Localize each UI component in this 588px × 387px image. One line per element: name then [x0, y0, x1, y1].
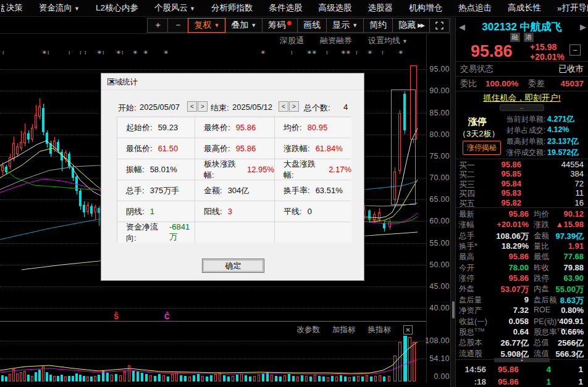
- ok-button[interactable]: 确定: [202, 259, 264, 273]
- stat-cell-label: 均价:: [284, 122, 302, 133]
- toolbar-button-叠加[interactable]: 叠加▼: [225, 18, 262, 33]
- collapse-quote-button[interactable]: −: [569, 44, 581, 56]
- volume-header-action-0[interactable]: 改参数: [297, 325, 321, 335]
- fullscreen-button[interactable]: [429, 18, 450, 33]
- stat-cell-0-2: 均价:80.95: [275, 117, 351, 138]
- toolbar-button-画线[interactable]: 画线: [297, 18, 327, 33]
- volume-header-action-1[interactable]: 加指标: [332, 325, 356, 335]
- end-date-prev-button[interactable]: <: [279, 101, 288, 112]
- volume-bar: [370, 377, 372, 381]
- bid-volume-5: 16: [575, 198, 584, 207]
- event-marker-icon[interactable]: ✳: [398, 49, 403, 56]
- menu-item-6[interactable]: 高级选股: [318, 2, 351, 14]
- menu-item-label: 个股风云: [154, 3, 188, 12]
- splitter-drag-handle[interactable]: [452, 301, 455, 318]
- event-marker-icon[interactable]: ✳: [341, 49, 346, 56]
- volume-panel-close-icon[interactable]: ✕: [403, 325, 413, 335]
- weicha-label: 委差: [528, 78, 545, 89]
- overlay-toggle-2[interactable]: 设置均线▼: [368, 35, 408, 46]
- event-marker-icon[interactable]: ↕: [121, 49, 124, 56]
- dropdown-arrow-icon: ▼: [214, 22, 219, 28]
- stat-label-5-1: 昨收: [534, 263, 549, 273]
- volume-bar: [61, 375, 63, 381]
- toolbar-button-＋[interactable]: ＋: [147, 18, 168, 33]
- volume-bar: [98, 375, 100, 381]
- event-marker-icon[interactable]: ✳: [164, 49, 169, 56]
- menu-item-0[interactable]: 盘决策: [1, 2, 23, 14]
- event-marker-icon[interactable]: ↕: [326, 49, 329, 56]
- overlay-toggle-0[interactable]: 深股通: [280, 35, 304, 46]
- event-marker-icon[interactable]: ✳: [97, 49, 102, 56]
- stat-cell-label: 板块涨跌幅:: [204, 159, 242, 181]
- toolbar-button-显示[interactable]: 显示▼: [326, 18, 364, 33]
- collapse-promo-handle[interactable]: ︿: [500, 104, 544, 111]
- overlay-toggle-1[interactable]: 融资融券: [320, 35, 352, 46]
- volume-bar: [149, 375, 152, 381]
- menu-item-5[interactable]: 条件选股: [269, 2, 302, 14]
- start-date-prev-button[interactable]: <: [187, 101, 197, 112]
- event-marker-icon[interactable]: ✳: [143, 49, 148, 56]
- menu-item-10[interactable]: 高成长性: [508, 2, 541, 14]
- menu-right-item-0[interactable]: 打开导航: [561, 2, 588, 14]
- event-marker-icon[interactable]: ↕: [102, 49, 105, 56]
- stat-value-12-0: 26.77亿: [488, 338, 529, 349]
- volume-bar: [115, 374, 117, 381]
- event-marker-icon[interactable]: ↕: [381, 49, 384, 56]
- volume-bar: [141, 373, 143, 381]
- menu-item-3[interactable]: 个股风云▼: [154, 2, 195, 14]
- toolbar-button-简约[interactable]: 简约: [363, 18, 393, 33]
- stat-value-13-0: 5.908亿: [488, 349, 529, 360]
- event-marker-icon[interactable]: ✳: [368, 49, 372, 56]
- volume-bar: [175, 373, 178, 381]
- event-marker-icon[interactable]: ✳: [346, 49, 351, 56]
- open-account-link[interactable]: 抓住机会，即刻开户!: [483, 93, 560, 104]
- stat-value-3-0: 18.29%: [488, 241, 529, 251]
- stat-value-7-1: 55.00万: [555, 284, 584, 295]
- event-marker-icon[interactable]: ✳: [133, 49, 138, 56]
- volume-bar: [271, 375, 273, 381]
- toolbar-button-筹码[interactable]: 筹码: [262, 18, 298, 33]
- next-stock-arrow-icon[interactable]: ▶: [580, 22, 586, 31]
- event-flag-icon[interactable]: Ĉ: [164, 312, 170, 321]
- menu-item-11[interactable]: »: [557, 4, 562, 13]
- event-marker-icon[interactable]: ↕: [79, 49, 82, 56]
- volume-bar: [240, 373, 243, 381]
- candlestick: [388, 222, 391, 227]
- event-marker-icon[interactable]: ✳: [261, 49, 266, 56]
- menu-item-9[interactable]: 热点追击: [458, 2, 492, 14]
- overlay-toggle-label: 融资融券: [320, 36, 352, 45]
- toolbar-button-复权[interactable]: 复权▼: [188, 18, 225, 33]
- event-marker-icon[interactable]: ✳: [42, 49, 47, 56]
- event-marker-icon[interactable]: ↕: [2, 49, 5, 56]
- dialog-close-icon[interactable]: ✕: [107, 77, 118, 86]
- event-marker-icon[interactable]: ↕: [290, 49, 293, 56]
- stat-cell-value: 3: [228, 207, 232, 216]
- event-marker-icon[interactable]: ✳: [116, 49, 121, 56]
- bid-price-1: 95.86: [492, 160, 521, 169]
- menu-item-1[interactable]: 资金流向▼: [39, 2, 80, 14]
- volume-header-action-2[interactable]: 换指标: [368, 325, 392, 335]
- menu-item-4[interactable]: 分析师指数: [211, 2, 253, 14]
- event-marker-icon[interactable]: ↕: [84, 49, 87, 56]
- panel-splitter[interactable]: [450, 17, 456, 387]
- menu-items-left: 盘决策资金流向▼L2核心内参个股风云▼分析师指数条件选股高级选股选股器机构增仓热…: [0, 2, 561, 14]
- price-axis-label: 95.00: [425, 65, 450, 73]
- event-flag-icon[interactable]: Ŝ: [114, 312, 119, 321]
- event-marker-icon[interactable]: ✳: [307, 49, 312, 56]
- volume-bar: [49, 375, 52, 381]
- start-date-next-button[interactable]: >: [198, 101, 208, 112]
- tick-qty-1: 1: [546, 377, 551, 386]
- dialog-title-bar[interactable]: 区域统计 ✕: [101, 73, 364, 90]
- toolbar-button-－[interactable]: －: [167, 18, 188, 33]
- menu-item-2[interactable]: L2核心内参: [96, 2, 138, 14]
- event-marker-icon[interactable]: ↕: [355, 49, 358, 56]
- event-marker-icon[interactable]: ↕: [68, 49, 71, 56]
- menu-item-7[interactable]: 选股器: [368, 2, 393, 14]
- end-date-next-button[interactable]: >: [289, 101, 299, 112]
- event-marker-icon[interactable]: ↕: [47, 49, 50, 56]
- toolbar-button-隐藏[interactable]: 隐藏▶▶: [392, 18, 430, 33]
- stat-value-6-1: 63.90: [563, 273, 584, 283]
- volume-bar: [318, 376, 321, 381]
- menu-item-8[interactable]: 机构增仓: [409, 2, 442, 14]
- event-marker-icon[interactable]: ✳: [312, 49, 317, 56]
